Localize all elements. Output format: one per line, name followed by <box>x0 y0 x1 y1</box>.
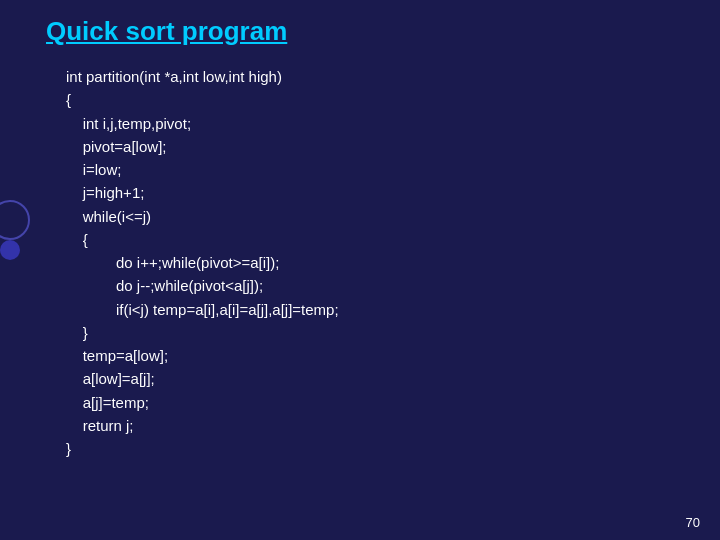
code-content: int partition(int *a,int low,int high) {… <box>66 65 339 460</box>
page-title: Quick sort program <box>46 16 287 47</box>
page-number: 70 <box>686 515 700 530</box>
